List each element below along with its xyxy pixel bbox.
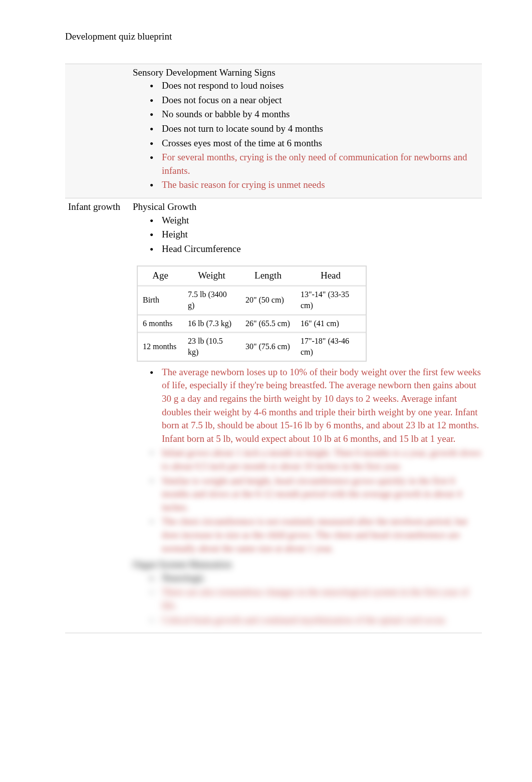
list-item: Critical brain growth and continued myel… xyxy=(153,614,482,627)
list-item: No sounds or babble by 4 months xyxy=(153,108,482,121)
list-item: Does not respond to loud noises xyxy=(153,79,482,93)
blurred-sub-list: Neurologic xyxy=(133,572,482,585)
table-row: 12 months 23 lb (10.5 kg) 30" (75.6 cm) … xyxy=(138,333,366,361)
cell: 30" (75.6 cm) xyxy=(240,333,296,361)
list-item: Weight xyxy=(153,214,482,227)
list-item: There are also tremendous changes in the… xyxy=(153,586,482,612)
list-text: Critical brain growth and continued myel… xyxy=(162,615,446,625)
list-item: Neurologic xyxy=(153,572,482,585)
list-text: Head Circumference xyxy=(162,243,241,254)
list-item: The chest circumference is not routinely… xyxy=(153,515,482,555)
cell: Birth xyxy=(138,287,183,316)
list-item: Does not focus on a near object xyxy=(153,94,482,107)
cell: 23 lb (10.5 kg) xyxy=(183,333,240,361)
cell: 20" (50 cm) xyxy=(240,287,296,316)
sensory-heading: Sensory Development Warning Signs xyxy=(133,66,482,80)
sensory-list: Does not respond to loud noises Does not… xyxy=(133,79,482,192)
list-text: No sounds or babble by 4 months xyxy=(162,109,290,119)
list-item: Does not turn to locate sound by 4 month… xyxy=(153,122,482,136)
th-head: Head xyxy=(296,267,366,287)
list-item: Similar to weight and height, head circu… xyxy=(153,474,482,514)
cell: 16 lb (7.3 kg) xyxy=(183,316,240,333)
row-infant-growth: Infant growth Physical Growth Weight Hei… xyxy=(65,198,482,633)
list-item: Height xyxy=(153,228,482,241)
list-item: Crosses eyes most of the time at 6 month… xyxy=(153,137,482,150)
table-header-row: Age Weight Length Head xyxy=(138,267,366,287)
list-text: The basic reason for crying is unmet nee… xyxy=(162,179,325,190)
list-item: For several months, crying is the only n… xyxy=(153,151,482,177)
physical-growth-list: Weight Height Head Circumference xyxy=(133,214,482,256)
list-item: The average newborn loses up to 10% of t… xyxy=(153,366,482,446)
list-text: Crosses eyes most of the time at 6 month… xyxy=(162,138,322,148)
list-item: Infant grows about 1 inch a month in hei… xyxy=(153,446,482,473)
list-text: Infant grows about 1 inch a month in hei… xyxy=(162,447,481,471)
cell: 13"-14" (33-35 cm) xyxy=(296,287,366,316)
row-growth-left: Infant growth xyxy=(65,198,133,633)
list-text: Neurologic xyxy=(162,573,204,583)
blurred-sub-bullets: There are also tremendous changes in the… xyxy=(133,586,482,627)
list-text: Height xyxy=(162,229,188,239)
list-text: Does not turn to locate sound by 4 month… xyxy=(162,123,323,134)
cell: 6 months xyxy=(138,316,183,333)
table-row: 6 months 16 lb (7.3 kg) 26" (65.5 cm) 16… xyxy=(138,316,366,333)
cell: 7.5 lb (3400 g) xyxy=(183,287,240,316)
cell: 16" (41 cm) xyxy=(296,316,366,333)
list-text: There are also tremendous changes in the… xyxy=(162,587,469,611)
after-table-list: The average newborn loses up to 10% of t… xyxy=(133,366,482,446)
blurred-heading: Organ System Maturation xyxy=(133,558,482,572)
th-length: Length xyxy=(240,267,296,287)
cell: 17"-18" (43-46 cm) xyxy=(296,333,366,361)
th-weight: Weight xyxy=(183,267,240,287)
cell: 12 months xyxy=(138,333,183,361)
content-table: Sensory Development Warning Signs Does n… xyxy=(65,64,482,634)
list-item: Head Circumference xyxy=(153,242,482,256)
table-row: Birth 7.5 lb (3400 g) 20" (50 cm) 13"-14… xyxy=(138,287,366,316)
row-sensory-left xyxy=(65,64,133,198)
list-text: Weight xyxy=(162,215,189,225)
list-text: Similar to weight and height, head circu… xyxy=(162,475,461,512)
blurred-list: Infant grows about 1 inch a month in hei… xyxy=(133,446,482,555)
physical-growth-heading: Physical Growth xyxy=(133,200,482,214)
page-title: Development quiz blueprint xyxy=(65,30,482,44)
list-text: Does not focus on a near object xyxy=(162,95,282,105)
cell: 26" (65.5 cm) xyxy=(240,316,296,333)
row-sensory: Sensory Development Warning Signs Does n… xyxy=(65,64,482,198)
list-text: Does not respond to loud noises xyxy=(162,80,284,91)
row-sensory-right: Sensory Development Warning Signs Does n… xyxy=(133,64,482,198)
blurred-section: Organ System Maturation Neurologic There… xyxy=(133,558,482,627)
th-age: Age xyxy=(138,267,183,287)
growth-data-table: Age Weight Length Head Birth 7.5 lb (340… xyxy=(137,266,367,362)
row-growth-right: Physical Growth Weight Height Head Circu… xyxy=(133,198,482,633)
list-text: The chest circumference is not routinely… xyxy=(162,516,467,553)
list-text: For several months, crying is the only n… xyxy=(162,152,467,176)
list-text: The average newborn loses up to 10% of t… xyxy=(162,367,481,444)
list-item: The basic reason for crying is unmet nee… xyxy=(153,178,482,192)
